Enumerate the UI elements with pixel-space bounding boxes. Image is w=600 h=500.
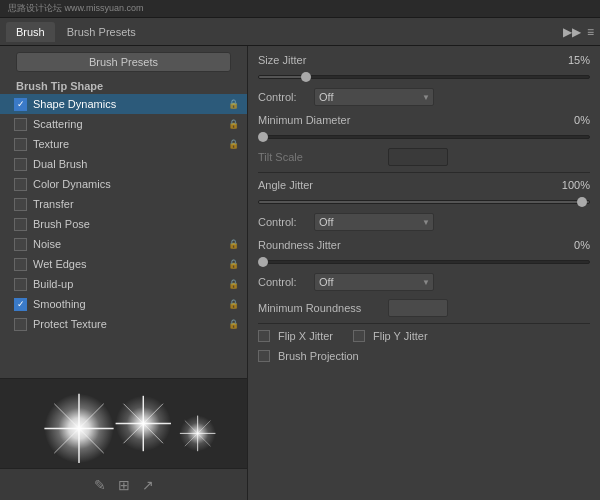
control-select-wrapper-1: OffFadePen PressurePen Tilt bbox=[314, 88, 434, 106]
brush-item-label: Protect Texture bbox=[33, 318, 228, 330]
brush-checkbox[interactable] bbox=[14, 218, 27, 231]
brush-item[interactable]: Texture🔒 bbox=[0, 134, 247, 154]
logo-text: 思路设计论坛 www.missyuan.com bbox=[8, 2, 144, 15]
min-diameter-label: Minimum Diameter bbox=[258, 114, 388, 126]
size-jitter-value: 15% bbox=[550, 54, 590, 66]
brush-item-label: Brush Pose bbox=[33, 218, 239, 230]
brush-checkbox[interactable] bbox=[14, 98, 27, 111]
lock-icon: 🔒 bbox=[228, 279, 239, 289]
control-row-3: Control: OffFadePen Pressure bbox=[258, 273, 590, 291]
control-row-2: Control: OffFadePen Pressure bbox=[258, 213, 590, 231]
right-panel: Size Jitter 15% Control: OffFadePen Pres… bbox=[248, 46, 600, 500]
bottom-icons-bar: ✎ ⊞ ↗ bbox=[0, 468, 247, 500]
min-roundness-label: Minimum Roundness bbox=[258, 302, 388, 314]
brush-projection-row: Brush Projection bbox=[258, 350, 590, 362]
brush-item-label: Smoothing bbox=[33, 298, 228, 310]
main-area: Brush Presets Brush Tip Shape Shape Dyna… bbox=[0, 46, 600, 500]
top-bar: 思路设计论坛 www.missyuan.com bbox=[0, 0, 600, 18]
brush-item-label: Texture bbox=[33, 138, 228, 150]
angle-jitter-slider[interactable] bbox=[258, 195, 590, 209]
tilt-scale-label: Tilt Scale bbox=[258, 151, 388, 163]
brush-item-label: Build-up bbox=[33, 278, 228, 290]
checkbox-row-1: Flip X Jitter Flip Y Jitter bbox=[258, 330, 590, 346]
roundness-jitter-value: 0% bbox=[550, 239, 590, 251]
min-diameter-row: Minimum Diameter 0% bbox=[258, 114, 590, 126]
min-roundness-row: Minimum Roundness bbox=[258, 299, 590, 317]
flip-y-checkbox[interactable] bbox=[353, 330, 365, 342]
brush-item-label: Scattering bbox=[33, 118, 228, 130]
brush-projection-label: Brush Projection bbox=[278, 350, 359, 362]
arrow-icon[interactable]: ↗ bbox=[142, 477, 154, 493]
brush-projection-checkbox[interactable] bbox=[258, 350, 270, 362]
angle-jitter-row: Angle Jitter 100% bbox=[258, 179, 590, 191]
lock-icon: 🔒 bbox=[228, 239, 239, 249]
section-title: Brush Tip Shape bbox=[0, 76, 247, 94]
brush-checkbox[interactable] bbox=[14, 318, 27, 331]
tab-brush-presets[interactable]: Brush Presets bbox=[57, 22, 146, 42]
flip-x-checkbox[interactable] bbox=[258, 330, 270, 342]
control-label-3: Control: bbox=[258, 276, 308, 288]
brush-item[interactable]: Noise🔒 bbox=[0, 234, 247, 254]
flip-x-label: Flip X Jitter bbox=[278, 330, 333, 342]
brush-item[interactable]: Protect Texture🔒 bbox=[0, 314, 247, 334]
flip-y-row: Flip Y Jitter bbox=[353, 330, 428, 342]
tab-brush[interactable]: Brush bbox=[6, 22, 55, 42]
angle-jitter-value: 100% bbox=[550, 179, 590, 191]
brush-checkbox[interactable] bbox=[14, 298, 27, 311]
flip-x-row: Flip X Jitter bbox=[258, 330, 333, 342]
brush-checkbox[interactable] bbox=[14, 238, 27, 251]
panel-forward-icon[interactable]: ▶▶ bbox=[563, 25, 581, 39]
brush-item[interactable]: Shape Dynamics🔒 bbox=[0, 94, 247, 114]
grid-icon[interactable]: ⊞ bbox=[118, 477, 130, 493]
roundness-jitter-slider[interactable] bbox=[258, 255, 590, 269]
roundness-jitter-row: Roundness Jitter 0% bbox=[258, 239, 590, 251]
brush-checkbox[interactable] bbox=[14, 118, 27, 131]
edit-icon[interactable]: ✎ bbox=[94, 477, 106, 493]
brush-item-label: Shape Dynamics bbox=[33, 98, 228, 110]
control-select-2[interactable]: OffFadePen Pressure bbox=[314, 213, 434, 231]
angle-jitter-label: Angle Jitter bbox=[258, 179, 388, 191]
brush-item[interactable]: Transfer bbox=[0, 194, 247, 214]
brush-item[interactable]: Wet Edges🔒 bbox=[0, 254, 247, 274]
lock-icon: 🔒 bbox=[228, 259, 239, 269]
min-diameter-slider[interactable] bbox=[258, 130, 590, 144]
brush-item[interactable]: Dual Brush bbox=[0, 154, 247, 174]
brush-checkbox[interactable] bbox=[14, 158, 27, 171]
brush-item[interactable]: Smoothing🔒 bbox=[0, 294, 247, 314]
tab-row: Brush Brush Presets ▶▶ ≡ bbox=[0, 18, 600, 46]
roundness-jitter-label: Roundness Jitter bbox=[258, 239, 388, 251]
brush-item-label: Dual Brush bbox=[33, 158, 239, 170]
brush-item[interactable]: Build-up🔒 bbox=[0, 274, 247, 294]
brush-item-label: Color Dynamics bbox=[33, 178, 239, 190]
brush-item[interactable]: Color Dynamics bbox=[0, 174, 247, 194]
brush-item[interactable]: Scattering🔒 bbox=[0, 114, 247, 134]
preview-stars-svg bbox=[0, 379, 247, 468]
size-jitter-label: Size Jitter bbox=[258, 54, 388, 66]
brush-presets-button[interactable]: Brush Presets bbox=[16, 52, 231, 72]
left-panel: Brush Presets Brush Tip Shape Shape Dyna… bbox=[0, 46, 248, 500]
lock-icon: 🔒 bbox=[228, 139, 239, 149]
brush-list: Shape Dynamics🔒Scattering🔒Texture🔒Dual B… bbox=[0, 94, 247, 378]
control-row-1: Control: OffFadePen PressurePen Tilt bbox=[258, 88, 590, 106]
brush-checkbox[interactable] bbox=[14, 198, 27, 211]
min-roundness-input[interactable] bbox=[388, 299, 448, 317]
brush-item-label: Transfer bbox=[33, 198, 239, 210]
brush-checkbox[interactable] bbox=[14, 278, 27, 291]
lock-icon: 🔒 bbox=[228, 119, 239, 129]
brush-checkbox[interactable] bbox=[14, 258, 27, 271]
brush-item-label: Noise bbox=[33, 238, 228, 250]
brush-item[interactable]: Brush Pose bbox=[0, 214, 247, 234]
flip-y-label: Flip Y Jitter bbox=[373, 330, 428, 342]
lock-icon: 🔒 bbox=[228, 319, 239, 329]
lock-icon: 🔒 bbox=[228, 99, 239, 109]
tilt-scale-input[interactable] bbox=[388, 148, 448, 166]
panel-menu-icon[interactable]: ≡ bbox=[587, 25, 594, 39]
brush-checkbox[interactable] bbox=[14, 178, 27, 191]
brush-checkbox[interactable] bbox=[14, 138, 27, 151]
tab-icons: ▶▶ ≡ bbox=[563, 25, 594, 39]
size-jitter-slider[interactable] bbox=[258, 70, 590, 84]
min-diameter-value: 0% bbox=[550, 114, 590, 126]
brush-preview bbox=[0, 378, 247, 468]
control-select-3[interactable]: OffFadePen Pressure bbox=[314, 273, 434, 291]
control-select-1[interactable]: OffFadePen PressurePen Tilt bbox=[314, 88, 434, 106]
